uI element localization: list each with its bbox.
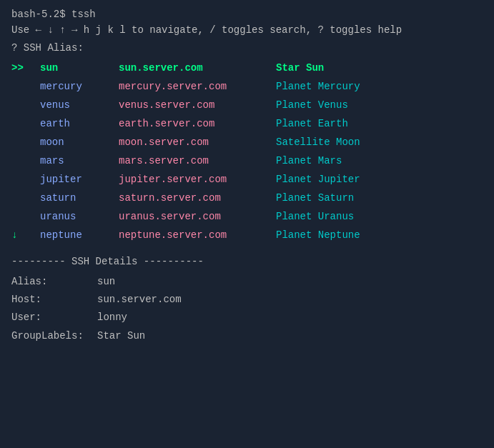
row-alias: earth xyxy=(40,114,119,133)
table-row[interactable]: uranusuranus.server.comPlanet Uranus xyxy=(11,207,483,226)
header-label: Star Sun xyxy=(276,59,483,77)
row-label: Planet Neptune xyxy=(276,226,483,244)
row-host: mercury.server.com xyxy=(119,77,276,96)
row-label: Planet Mars xyxy=(276,151,483,170)
row-label: Planet Saturn xyxy=(276,189,483,207)
row-label: Planet Uranus xyxy=(276,207,483,226)
table-row[interactable]: marsmars.server.comPlanet Mars xyxy=(11,151,483,170)
nav-hint-line2: ? SSH Alias: xyxy=(11,41,483,56)
table-row[interactable]: saturnsaturn.server.comPlanet Saturn xyxy=(11,189,483,207)
row-host: neptune.server.com xyxy=(119,226,276,244)
ssh-details-section: Alias: sun Host: sun.server.com User: lo… xyxy=(11,273,483,345)
row-alias: uranus xyxy=(40,207,119,226)
prompt-line: bash-5.2$ tssh xyxy=(11,9,483,20)
table-row[interactable]: moonmoon.server.comSatellite Moon xyxy=(11,133,483,151)
detail-alias-row: Alias: sun xyxy=(11,273,483,291)
row-alias: mercury xyxy=(40,77,119,96)
detail-alias-key: Alias: xyxy=(11,273,97,291)
row-host: mars.server.com xyxy=(119,151,276,170)
row-label: Planet Earth xyxy=(276,114,483,133)
detail-grouplabels-row: GroupLabels: Star Sun xyxy=(11,327,483,345)
row-alias: saturn xyxy=(40,189,119,207)
row-alias: jupiter xyxy=(40,170,119,189)
row-arrow xyxy=(11,77,40,96)
row-arrow xyxy=(11,170,40,189)
ssh-details-divider: --------- SSH Details ---------- xyxy=(11,256,483,267)
table-row[interactable]: earthearth.server.comPlanet Earth xyxy=(11,114,483,133)
row-arrow xyxy=(11,207,40,226)
row-label: Planet Mercury xyxy=(276,77,483,96)
terminal-window: bash-5.2$ tssh Use ← ↓ ↑ → h j k l to na… xyxy=(11,9,483,345)
row-host: uranus.server.com xyxy=(119,207,276,226)
table-header-row[interactable]: >> sun sun.server.com Star Sun xyxy=(11,59,483,77)
detail-user-value: lonny xyxy=(97,309,127,327)
row-host: moon.server.com xyxy=(119,133,276,151)
table-row[interactable]: venusvenus.server.comPlanet Venus xyxy=(11,96,483,114)
header-arrow: >> xyxy=(11,59,40,77)
detail-grouplabels-value: Star Sun xyxy=(97,327,145,345)
detail-host-row: Host: sun.server.com xyxy=(11,291,483,309)
row-alias: mars xyxy=(40,151,119,170)
row-host: earth.server.com xyxy=(119,114,276,133)
row-arrow xyxy=(11,133,40,151)
header-alias: sun xyxy=(40,59,119,77)
row-label: Planet Venus xyxy=(276,96,483,114)
row-alias: moon xyxy=(40,133,119,151)
detail-host-value: sun.server.com xyxy=(97,291,182,309)
row-arrow xyxy=(11,96,40,114)
row-arrow xyxy=(11,189,40,207)
detail-host-key: Host: xyxy=(11,291,97,309)
table-row[interactable]: ↓neptuneneptune.server.comPlanet Neptune xyxy=(11,226,483,244)
row-label: Planet Jupiter xyxy=(276,170,483,189)
table-row[interactable]: jupiterjupiter.server.comPlanet Jupiter xyxy=(11,170,483,189)
row-arrow xyxy=(11,114,40,133)
row-alias: venus xyxy=(40,96,119,114)
row-host: jupiter.server.com xyxy=(119,170,276,189)
table-row[interactable]: mercurymercury.server.comPlanet Mercury xyxy=(11,77,483,96)
server-table: >> sun sun.server.com Star Sun mercuryme… xyxy=(11,59,483,244)
detail-user-key: User: xyxy=(11,309,97,327)
nav-hint-line1: Use ← ↓ ↑ → h j k l to navigate, / toggl… xyxy=(11,23,483,38)
row-arrow xyxy=(11,151,40,170)
row-host: saturn.server.com xyxy=(119,189,276,207)
header-host: sun.server.com xyxy=(119,59,276,77)
detail-alias-value: sun xyxy=(97,273,115,291)
row-alias: neptune xyxy=(40,226,119,244)
row-arrow: ↓ xyxy=(11,226,40,244)
row-host: venus.server.com xyxy=(119,96,276,114)
detail-user-row: User: lonny xyxy=(11,309,483,327)
row-label: Satellite Moon xyxy=(276,133,483,151)
detail-grouplabels-key: GroupLabels: xyxy=(11,327,97,345)
